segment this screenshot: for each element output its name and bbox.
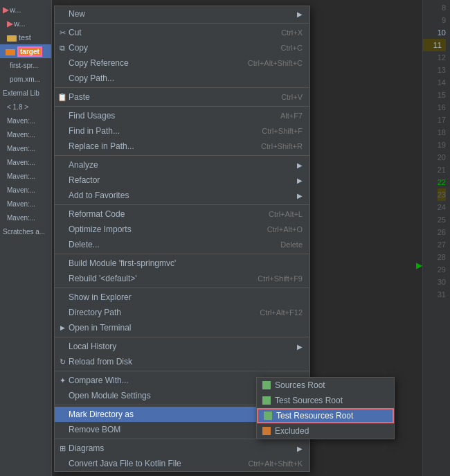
menu-item-reformat-code-label: Reformat Code (69, 209, 125, 219)
menu-item-replace-in-path[interactable]: Replace in Path... Ctrl+Shift+R (55, 139, 309, 154)
test-sources-root-color-box (262, 396, 271, 405)
menu-item-open-terminal[interactable]: ▶ Open in Terminal (55, 320, 309, 335)
paste-icon: 📋 (57, 93, 67, 102)
submenu-arrow-analyze: ▶ (297, 161, 303, 169)
menu-item-delete[interactable]: Delete... Delete (55, 237, 309, 252)
menu-item-local-history[interactable]: Local History ▶ (55, 339, 309, 354)
submenu-item-sources-root-label: Sources Root (275, 380, 325, 390)
sidebar-item-maven3: Maven:... (0, 141, 51, 155)
sidebar-item-lib0: < 1.8 > (0, 100, 51, 114)
submenu-item-excluded[interactable]: Excluded (257, 423, 394, 439)
submenu-arrow-favorites: ▶ (297, 192, 303, 200)
arrow-icon: ▶ (3, 6, 8, 15)
menu-item-cut[interactable]: ✂ Cut Ctrl+X (55, 25, 309, 40)
excluded-color-box (262, 427, 271, 435)
optimize-imports-shortcut: Ctrl+Alt+O (267, 225, 303, 233)
menu-item-cut-label: Cut (69, 28, 82, 37)
menu-item-directory-path[interactable]: Directory Path Ctrl+Alt+F12 (55, 305, 309, 320)
find-in-path-shortcut: Ctrl+Shift+F (262, 127, 303, 135)
sidebar-item-test: test (0, 30, 51, 44)
target-label: target (17, 46, 42, 57)
menu-item-paste-label: Paste (69, 92, 90, 102)
menu-item-add-favorites-label: Add to Favorites (69, 191, 129, 200)
menu-item-show-explorer-label: Show in Explorer (69, 292, 132, 302)
green-play-arrow: ▶ (416, 261, 422, 270)
sidebar-external-lib: External Lib (0, 86, 51, 100)
menu-item-copy-path[interactable]: Copy Path... (55, 71, 309, 86)
sidebar-item-maven2: Maven:... (0, 127, 51, 141)
menu-item-optimize-imports[interactable]: Optimize Imports Ctrl+Alt+O (55, 222, 309, 237)
reload-icon: ↻ (57, 358, 67, 367)
menu-item-analyze[interactable]: Analyze ▶ (55, 157, 309, 173)
convert-java-shortcut: Ctrl+Alt+Shift+K (248, 459, 303, 468)
menu-item-build-module-label: Build Module 'first-springmvc' (69, 258, 176, 268)
menu-item-copy-reference[interactable]: Copy Reference Ctrl+Alt+Shift+C (55, 55, 309, 71)
menu-item-local-history-label: Local History (69, 342, 116, 351)
menu-item-diagrams[interactable]: ⊞ Diagrams ▶ (55, 441, 309, 456)
menu-item-find-usages-label: Find Usages (69, 111, 115, 121)
submenu-arrow-diagrams: ▶ (297, 445, 303, 452)
menu-item-open-module-settings-label: Open Module Settings (69, 391, 151, 400)
submenu-arrow-new: ▶ (297, 10, 303, 18)
sidebar-item-maven8: Maven:... (0, 211, 51, 224)
divider-4 (55, 155, 309, 156)
cut-shortcut: Ctrl+X (281, 28, 303, 37)
divider-1 (55, 23, 309, 24)
menu-item-copy[interactable]: ⧉ Copy Ctrl+C (55, 40, 309, 55)
directory-path-shortcut: Ctrl+Alt+F12 (260, 308, 303, 317)
menu-item-copy-path-label: Copy Path... (69, 73, 114, 83)
menu-item-find-in-path[interactable]: Find in Path... Ctrl+Shift+F (55, 123, 309, 139)
terminal-icon: ▶ (57, 324, 67, 331)
copy-shortcut: Ctrl+C (281, 44, 303, 52)
submenu-item-test-resources-root[interactable]: Test Resources Root (257, 408, 394, 423)
menu-item-find-usages[interactable]: Find Usages Alt+F7 (55, 108, 309, 123)
divider-8 (55, 337, 309, 337)
divider-3 (55, 106, 309, 107)
menu-item-delete-label: Delete... (69, 240, 100, 249)
menu-item-copy-label: Copy (69, 43, 88, 53)
cut-icon: ✂ (57, 28, 67, 37)
sidebar-item-target[interactable]: target (0, 44, 51, 58)
menu-item-show-explorer[interactable]: Show in Explorer (55, 290, 309, 305)
copy-icon: ⧉ (57, 44, 67, 53)
svg-rect-3 (6, 49, 10, 51)
reformat-code-shortcut: Ctrl+Alt+L (269, 210, 303, 218)
submenu-item-test-sources-root[interactable]: Test Sources Root (257, 393, 394, 408)
submenu-item-test-sources-root-label: Test Sources Root (275, 396, 343, 405)
sidebar-item-w2: ▶ w... (0, 17, 51, 30)
menu-item-analyze-label: Analyze (69, 160, 98, 170)
divider-2 (55, 87, 309, 88)
menu-item-rebuild-label: Rebuild '<default>' (69, 274, 137, 283)
sidebar-item-maven6: Maven:... (0, 183, 51, 197)
sidebar-item-maven1: Maven:... (0, 114, 51, 127)
arrow-icon-2: ▶ (7, 19, 12, 28)
sources-root-color-box (262, 381, 271, 389)
svg-rect-1 (7, 35, 11, 37)
divider-7 (55, 288, 309, 288)
submenu-item-sources-root[interactable]: Sources Root (257, 378, 394, 393)
submenu-item-test-resources-root-label: Test Resources Root (276, 411, 353, 421)
sidebar-scratches: Scratches a... (0, 224, 51, 238)
menu-item-refactor[interactable]: Refactor ▶ (55, 173, 309, 188)
menu-item-copy-reference-label: Copy Reference (69, 58, 129, 68)
menu-item-new[interactable]: New ▶ (55, 6, 309, 21)
delete-shortcut: Delete (280, 240, 303, 249)
menu-item-reload-disk[interactable]: ↻ Reload from Disk (55, 354, 309, 369)
menu-item-rebuild[interactable]: Rebuild '<default>' Ctrl+Shift+F9 (55, 271, 309, 286)
menu-item-replace-in-path-label: Replace in Path... (69, 141, 134, 151)
menu-item-paste[interactable]: 📋 Paste Ctrl+V (55, 89, 309, 105)
divider-6 (55, 254, 309, 254)
divider-5 (55, 204, 309, 205)
menu-item-build-module[interactable]: Build Module 'first-springmvc' (55, 256, 309, 271)
mark-directory-submenu: Sources Root Test Sources Root Test Reso… (256, 377, 395, 439)
menu-item-optimize-imports-label: Optimize Imports (69, 224, 132, 234)
menu-item-reformat-code[interactable]: Reformat Code Ctrl+Alt+L (55, 206, 309, 222)
sidebar-item-w1: ▶ w... (0, 3, 51, 17)
divider-9 (55, 371, 309, 371)
menu-item-mark-directory-label: Mark Directory as (69, 409, 134, 419)
menu-item-add-favorites[interactable]: Add to Favorites ▶ (55, 188, 309, 203)
submenu-arrow-refactor: ▶ (297, 177, 303, 184)
menu-item-convert-java[interactable]: Convert Java File to Kotlin File Ctrl+Al… (55, 456, 309, 471)
menu-item-convert-java-label: Convert Java File to Kotlin File (69, 459, 181, 468)
find-usages-shortcut: Alt+F7 (280, 112, 303, 120)
